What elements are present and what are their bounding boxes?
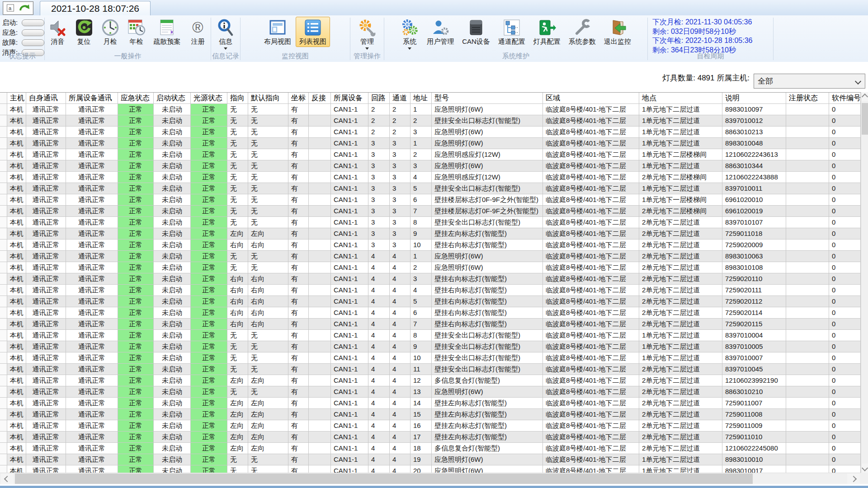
cell-loop[interactable]: 4 xyxy=(368,465,390,473)
row-header[interactable] xyxy=(0,352,7,364)
cell-reg[interactable] xyxy=(786,239,829,251)
table-row[interactable]: 本机通讯正常通讯正常正常未启动正常右向右向有CAN1-1446壁挂右向标志灯(智… xyxy=(0,307,861,319)
cell-self_comm[interactable]: 通讯正常 xyxy=(26,296,66,307)
cell-light[interactable]: 正常 xyxy=(191,330,227,341)
cell-start[interactable]: 未启动 xyxy=(154,160,191,172)
cell-dev_comm[interactable]: 通讯正常 xyxy=(66,149,118,160)
cell-dev_comm[interactable]: 通讯正常 xyxy=(66,398,118,409)
cell-dir[interactable]: 无 xyxy=(227,251,248,262)
cell-addr[interactable]: 1 xyxy=(410,104,432,115)
cell-def_dir[interactable]: 左向 xyxy=(248,398,288,409)
cell-device[interactable]: CAN1-1 xyxy=(331,217,368,228)
cell-desc[interactable]: 8863010213 xyxy=(722,127,786,138)
cell-sw[interactable]: 0 xyxy=(829,409,861,420)
cell-def_dir[interactable]: 右向 xyxy=(248,296,288,307)
cell-reverse[interactable] xyxy=(309,420,331,432)
cell-host[interactable]: 本机 xyxy=(7,364,26,375)
cell-model[interactable]: 壁挂安全出口标志灯(智能型) xyxy=(432,341,543,352)
cell-emergency[interactable]: 正常 xyxy=(118,307,154,319)
can-device-button[interactable]: CAN设备 xyxy=(458,17,494,47)
cell-addr[interactable]: 4 xyxy=(410,172,432,183)
cell-site[interactable]: 1单元地下二层过道 xyxy=(639,160,722,172)
cell-model[interactable]: 应急照明灯(6W) xyxy=(432,104,543,115)
cell-coord[interactable]: 有 xyxy=(288,251,309,262)
cell-loop[interactable]: 4 xyxy=(368,341,390,352)
cell-model[interactable]: 壁挂左向标志灯(智能型) xyxy=(432,432,543,443)
cell-start[interactable]: 未启动 xyxy=(154,341,191,352)
cell-channel[interactable]: 4 xyxy=(390,251,410,262)
cell-channel[interactable]: 4 xyxy=(390,330,410,341)
cell-dir[interactable]: 右向 xyxy=(227,296,248,307)
cell-light[interactable]: 正常 xyxy=(191,194,227,206)
cell-sw[interactable]: 0 xyxy=(829,273,861,285)
cell-start[interactable]: 未启动 xyxy=(154,330,191,341)
cell-coord[interactable]: 有 xyxy=(288,228,309,239)
cell-sw[interactable]: 0 xyxy=(829,319,861,330)
cell-host[interactable]: 本机 xyxy=(7,443,26,454)
lamp-config-button[interactable]: 灯具配置 xyxy=(530,17,564,47)
cell-channel[interactable]: 4 xyxy=(390,398,410,409)
cell-desc[interactable]: 8983010017 xyxy=(722,465,786,473)
table-row[interactable]: 本机通讯正常通讯正常正常未启动正常左向左向有CAN1-14415壁挂左向标志灯(… xyxy=(0,409,861,420)
cell-self_comm[interactable]: 通讯正常 xyxy=(26,206,66,217)
cell-addr[interactable]: 20 xyxy=(410,465,432,473)
cell-sw[interactable]: 0 xyxy=(829,454,861,465)
cell-dir[interactable]: 右向 xyxy=(227,239,248,251)
cell-sw[interactable]: 0 xyxy=(829,183,861,194)
cell-dir[interactable]: 右向 xyxy=(227,285,248,296)
cell-start[interactable]: 未启动 xyxy=(154,194,191,206)
ime-icon[interactable]: a xyxy=(6,4,16,13)
cell-loop[interactable]: 4 xyxy=(368,432,390,443)
cell-addr[interactable]: 18 xyxy=(410,443,432,454)
cell-light[interactable]: 正常 xyxy=(191,251,227,262)
cell-device[interactable]: CAN1-1 xyxy=(331,307,368,319)
cell-reverse[interactable] xyxy=(309,398,331,409)
cell-site[interactable]: 2单元地下二层过道 xyxy=(639,364,722,375)
cell-model[interactable]: 应急照明灯(6W) xyxy=(432,454,543,465)
cell-dir[interactable]: 无 xyxy=(227,262,248,273)
cell-host[interactable]: 本机 xyxy=(7,104,26,115)
cell-reg[interactable] xyxy=(786,251,829,262)
cell-light[interactable]: 正常 xyxy=(191,239,227,251)
cell-dev_comm[interactable]: 通讯正常 xyxy=(66,386,118,398)
table-row[interactable]: 本机通讯正常通讯正常正常未启动正常左向左向有CAN1-1339壁挂左向标志灯(智… xyxy=(0,228,861,239)
cell-def_dir[interactable]: 左向 xyxy=(248,432,288,443)
cell-reg[interactable] xyxy=(786,296,829,307)
cell-reg[interactable] xyxy=(786,273,829,285)
cell-region[interactable]: 临波庭8号楼/401-地下二层 xyxy=(543,239,639,251)
row-header[interactable] xyxy=(0,465,7,473)
cell-light[interactable]: 正常 xyxy=(191,319,227,330)
user-manage-button[interactable]: 用户管理 xyxy=(423,17,458,47)
table-row[interactable]: 本机通讯正常通讯正常正常未启动正常无无有CAN1-1222壁挂安全出口标志灯(智… xyxy=(0,115,861,127)
cell-model[interactable]: 壁挂安全出口标志灯(智能型) xyxy=(432,183,543,194)
cell-region[interactable]: 临波庭8号楼/401-地下二层 xyxy=(543,465,639,473)
cell-addr[interactable]: 1 xyxy=(410,138,432,149)
cell-channel[interactable]: 4 xyxy=(390,386,410,398)
cell-dir[interactable]: 无 xyxy=(227,364,248,375)
layout-view-button[interactable]: 布局视图 xyxy=(260,17,295,47)
cell-reverse[interactable] xyxy=(309,160,331,172)
cell-light[interactable]: 正常 xyxy=(191,454,227,465)
cell-addr[interactable]: 17 xyxy=(410,432,432,443)
cell-sw[interactable]: 0 xyxy=(829,104,861,115)
cell-channel[interactable]: 4 xyxy=(390,443,410,454)
cell-start[interactable]: 未启动 xyxy=(154,262,191,273)
cell-def_dir[interactable]: 左向 xyxy=(248,409,288,420)
cell-self_comm[interactable]: 通讯正常 xyxy=(26,375,66,386)
cell-host[interactable]: 本机 xyxy=(7,432,26,443)
row-header[interactable] xyxy=(0,432,7,443)
cell-host[interactable]: 本机 xyxy=(7,285,26,296)
cell-dev_comm[interactable]: 通讯正常 xyxy=(66,352,118,364)
col-header-addr[interactable]: 地址 xyxy=(410,93,432,103)
col-header-def_dir[interactable]: 默认指向 xyxy=(248,93,288,103)
cell-dev_comm[interactable]: 通讯正常 xyxy=(66,443,118,454)
cell-model[interactable]: 壁挂楼层标志灯0F-9F之外(智能型) xyxy=(432,194,543,206)
table-row[interactable]: 本机通讯正常通讯正常正常未启动正常左向左向有CAN1-14416壁挂左向标志灯(… xyxy=(0,420,861,432)
cell-reg[interactable] xyxy=(786,465,829,473)
cell-light[interactable]: 正常 xyxy=(191,341,227,352)
row-header[interactable] xyxy=(0,206,7,217)
cell-model[interactable]: 壁挂左向标志灯(智能型) xyxy=(432,409,543,420)
cell-coord[interactable]: 有 xyxy=(288,273,309,285)
cell-emergency[interactable]: 正常 xyxy=(118,465,154,473)
cell-reverse[interactable] xyxy=(309,251,331,262)
